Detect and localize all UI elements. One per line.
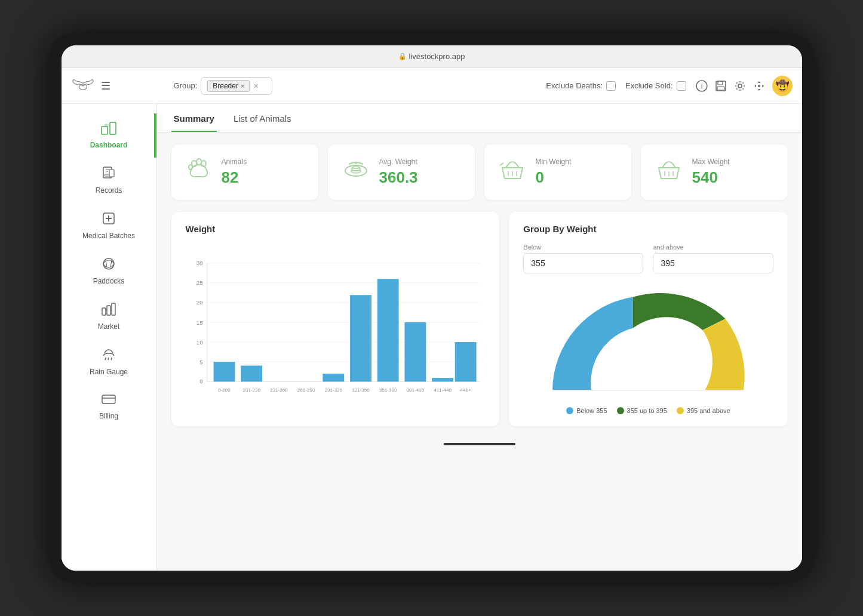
svg-line-19: [105, 358, 106, 360]
bar-351-380: [377, 279, 398, 381]
stat-card-animals: Animals 82: [171, 144, 318, 200]
charts-row: Weight 0: [171, 212, 788, 426]
sidebar-dashboard-label: Dashboard: [90, 141, 128, 149]
above-input[interactable]: [653, 253, 773, 273]
svg-point-31: [355, 162, 357, 164]
svg-rect-10: [105, 124, 108, 127]
legend-mid-label: 355 up to 395: [627, 407, 667, 414]
header-right: Exclude Deaths: Exclude Sold: i: [546, 76, 792, 96]
save-button[interactable]: [715, 80, 727, 92]
svg-point-6: [738, 84, 742, 88]
tab-summary[interactable]: Summary: [171, 104, 217, 132]
billing-icon: [101, 393, 116, 409]
sidebar-item-billing[interactable]: Billing: [62, 384, 156, 429]
group-label: Group:: [174, 81, 198, 90]
exclude-sold-checkbox[interactable]: [677, 81, 686, 91]
weight-chart-card: Weight 0: [171, 212, 500, 426]
svg-text:5: 5: [199, 359, 203, 365]
svg-text:381-410: 381-410: [406, 387, 424, 393]
sidebar-item-medical-batches[interactable]: Medical Batches: [62, 203, 156, 248]
group-by-weight-title: Group By Weight: [523, 224, 773, 234]
svg-rect-17: [107, 306, 110, 315]
sidebar-item-paddocks[interactable]: Paddocks: [62, 248, 156, 294]
sidebar-rain-label: Rain Gauge: [90, 368, 128, 376]
tag-close-button[interactable]: ×: [241, 82, 244, 90]
group-tag-container[interactable]: Breeder × ×: [201, 77, 272, 95]
group-by-weight-card: Group By Weight Below and above: [509, 212, 787, 426]
svg-text:351-380: 351-380: [379, 387, 397, 393]
bar-381-410: [404, 322, 426, 381]
market-icon: [101, 302, 116, 320]
sidebar-item-dashboard[interactable]: Dashboard: [62, 113, 156, 158]
legend-395-above: 395 and above: [677, 407, 730, 414]
sidebar: Dashboard Records: [62, 104, 157, 571]
animals-label: Animals: [222, 158, 247, 166]
svg-line-20: [108, 358, 109, 360]
min-weight-label: Min Weight: [536, 158, 572, 166]
bar-0-200: [213, 362, 235, 381]
legend-dot-below: [566, 407, 573, 414]
below-input[interactable]: [523, 253, 643, 273]
url-text: livestockpro.app: [409, 52, 465, 61]
exclude-deaths-label: Exclude Deaths:: [546, 81, 603, 90]
legend: Below 355 355 up to 395 39: [566, 407, 730, 414]
dashboard-icon: [101, 122, 116, 138]
group-tag[interactable]: Breeder ×: [207, 80, 250, 92]
basket-max-icon: [655, 158, 683, 186]
rain-icon: [101, 347, 116, 365]
exclude-deaths-option: Exclude Deaths:: [546, 81, 616, 91]
legend-below-label: Below 355: [576, 407, 607, 414]
move-icon: [753, 80, 765, 92]
exclude-sold-option: Exclude Sold:: [625, 81, 686, 91]
avatar[interactable]: 🤠: [772, 76, 793, 96]
bar-chart-container: 0 5 10 15 20: [186, 244, 486, 411]
svg-rect-4: [718, 81, 723, 85]
svg-point-7: [758, 85, 760, 87]
above-input-group: and above: [653, 244, 773, 273]
info-button[interactable]: i: [696, 80, 708, 92]
legend-below-355: Below 355: [566, 407, 607, 414]
svg-rect-8: [102, 127, 108, 134]
avg-weight-label: Avg. Weight: [379, 158, 418, 166]
sidebar-market-label: Market: [98, 322, 120, 331]
svg-text:0: 0: [199, 378, 203, 384]
sidebar-item-market[interactable]: Market: [62, 294, 156, 339]
svg-rect-18: [112, 303, 115, 315]
max-weight-value: 540: [692, 168, 730, 187]
donut-chart-svg: [546, 283, 750, 402]
svg-line-21: [111, 358, 112, 360]
records-icon: [102, 166, 116, 184]
segment-395-above: [703, 319, 745, 390]
svg-rect-9: [110, 122, 116, 134]
stat-card-avg-weight: Avg. Weight 360.3: [328, 144, 475, 200]
scroll-indicator: [444, 443, 515, 445]
logo-icon: [71, 76, 95, 96]
save-icon: [715, 80, 727, 92]
svg-rect-5: [717, 87, 724, 90]
svg-line-32: [500, 163, 503, 165]
group-filter: Group: Breeder × ×: [174, 77, 539, 95]
content-area: Summary List of Animals: [157, 104, 802, 571]
stats-row: Animals 82: [171, 144, 788, 200]
bar-chart-svg: 0 5 10 15 20: [186, 244, 486, 411]
sidebar-item-rain-gauge[interactable]: Rain Gauge: [62, 339, 156, 384]
svg-text:411-440: 411-440: [434, 387, 452, 393]
donut-container: Below 355 355 up to 395 39: [523, 283, 773, 414]
tab-list-of-animals[interactable]: List of Animals: [231, 104, 294, 132]
container-close-button[interactable]: ×: [253, 81, 258, 91]
medical-icon: [102, 211, 116, 229]
sidebar-item-records[interactable]: Records: [62, 158, 156, 203]
svg-text:261-290: 261-290: [297, 387, 315, 393]
move-button[interactable]: [753, 80, 765, 92]
exclude-deaths-checkbox[interactable]: [606, 81, 616, 91]
hamburger-button[interactable]: ☰: [101, 79, 110, 93]
svg-rect-16: [102, 308, 106, 315]
svg-text:25: 25: [196, 279, 202, 286]
stat-card-max-weight: Max Weight 540: [641, 144, 788, 200]
group-tag-label: Breeder: [213, 82, 238, 90]
settings-button[interactable]: [734, 80, 746, 92]
svg-text:10: 10: [196, 339, 202, 346]
max-weight-label: Max Weight: [692, 158, 730, 166]
svg-text:20: 20: [196, 299, 202, 306]
sidebar-billing-label: Billing: [99, 412, 118, 420]
